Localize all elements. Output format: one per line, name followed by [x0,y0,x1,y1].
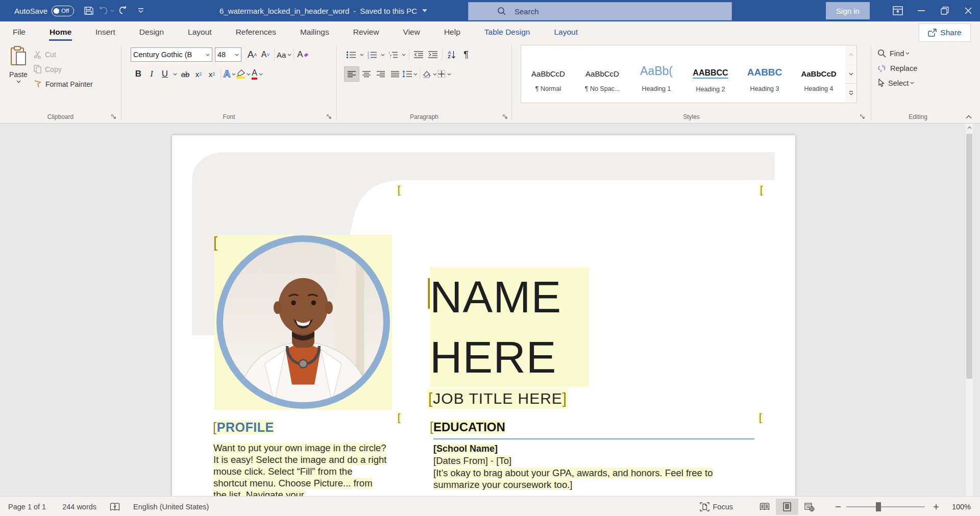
dates-placeholder[interactable]: [Dates From] - [To] [433,455,511,466]
borders-button[interactable] [437,67,451,81]
profile-photo-block[interactable]: [ [214,235,392,410]
shading-button[interactable] [422,67,437,81]
language-indicator[interactable]: English (United States) [133,503,209,511]
line-spacing-button[interactable] [402,67,418,81]
sort-button[interactable]: A Z [445,47,459,62]
style-heading1[interactable]: AaBb( Heading 1 [629,45,683,103]
styles-dialog-launcher[interactable] [860,114,866,120]
numbering-dropdown[interactable] [379,47,386,62]
word-count[interactable]: 244 words [62,503,96,511]
tab-table-layout[interactable]: Layout [552,21,579,43]
justify-button[interactable] [388,67,402,81]
page-indicator[interactable]: Page 1 of 1 [8,503,46,511]
focus-mode-button[interactable]: Focus [700,502,733,511]
tab-references[interactable]: References [234,21,278,43]
redo-button[interactable] [115,0,132,21]
zoom-level[interactable]: 100% [948,503,971,511]
superscript-button[interactable]: x2 [205,67,218,81]
education-note-placeholder[interactable]: [It’s okay to brag about your GPA, award… [433,467,747,490]
search-box[interactable]: Search [468,2,732,20]
paragraph-dialog-launcher[interactable] [503,114,508,120]
bullets-button[interactable] [344,47,358,62]
zoom-in-button[interactable] [933,504,939,510]
bold-button[interactable]: B [132,67,145,81]
paste-dropdown-icon[interactable] [5,80,32,83]
copy-button[interactable]: Copy [34,62,93,77]
tab-home[interactable]: Home [48,21,73,43]
school-name-placeholder[interactable]: [School Name] [433,444,498,454]
save-button[interactable] [80,0,97,21]
increase-indent-button[interactable] [426,47,440,62]
style-heading2[interactable]: AABBCC Heading 2 [683,45,738,103]
ribbon-display-options-button[interactable] [886,0,910,21]
vertical-scrollbar[interactable] [966,124,973,496]
format-painter-button[interactable]: Format Painter [34,77,93,91]
align-right-button[interactable] [374,67,388,81]
autosave-toggle[interactable]: Off [52,6,74,16]
tab-file[interactable]: File [11,21,27,43]
read-mode-button[interactable] [753,499,776,515]
replace-button[interactable]: b c Replace [877,61,917,76]
highlight-button[interactable] [236,67,251,81]
cut-button[interactable]: Cut [34,47,93,62]
minimize-button[interactable] [910,0,933,21]
zoom-slider[interactable] [846,506,925,507]
decrease-indent-button[interactable] [411,47,426,62]
scroll-up-icon[interactable] [966,124,973,132]
web-layout-button[interactable] [798,499,821,515]
tab-mailings[interactable]: Mailings [299,21,331,43]
subscript-button[interactable]: x2 [192,67,205,81]
clipboard-dialog-launcher[interactable] [111,114,117,120]
align-center-button[interactable] [359,67,374,81]
tab-help[interactable]: Help [443,21,462,43]
tab-insert[interactable]: Insert [94,21,117,43]
profile-body[interactable]: Want to put your own image in the circle… [213,442,388,496]
styles-scroll-up-button[interactable] [845,45,856,65]
tab-review[interactable]: Review [352,21,381,43]
print-layout-button[interactable] [776,499,798,515]
font-color-button[interactable]: A [251,67,264,81]
profile-heading[interactable]: [PROFILE [213,420,274,435]
tab-view[interactable]: View [402,21,422,43]
style-no-spacing[interactable]: AaBbCcD ¶ No Spac... [575,45,629,103]
close-button[interactable] [957,0,980,21]
select-button[interactable]: Select [877,76,917,90]
job-title-placeholder[interactable]: [JOB TITLE HERE] [427,388,568,409]
shrink-font-button[interactable]: A˅ [259,47,272,62]
multilevel-dropdown[interactable] [400,47,407,62]
undo-button[interactable] [97,0,115,21]
grow-font-button[interactable]: A˄ [246,47,259,62]
tab-table-design[interactable]: Table Design [483,21,532,43]
education-heading[interactable]: [EDUCATION [430,420,505,434]
text-effects-button[interactable]: A [223,67,236,81]
name-placeholder[interactable]: NAME HERE [430,267,589,387]
sign-in-button[interactable]: Sign in [826,2,870,19]
show-marks-button[interactable]: ¶ [459,47,473,62]
zoom-slider-handle[interactable] [876,502,881,511]
zoom-out-button[interactable] [835,504,841,510]
change-case-button[interactable]: Aa [277,47,291,62]
restore-button[interactable] [933,0,957,21]
collapse-ribbon-button[interactable] [966,115,972,119]
style-heading4[interactable]: AaBbCcD Heading 4 [792,45,846,103]
align-left-button[interactable] [344,66,359,82]
tab-design[interactable]: Design [138,21,165,43]
styles-more-button[interactable] [845,84,856,103]
font-dialog-launcher[interactable] [327,114,332,120]
underline-button[interactable]: U [158,67,172,81]
multilevel-list-button[interactable]: 1ai [386,47,400,62]
quick-access-customize-button[interactable] [132,0,150,21]
paste-button[interactable]: Paste [5,46,32,83]
tab-layout[interactable]: Layout [186,21,213,43]
find-button[interactable]: Find [877,46,917,61]
clear-formatting-button[interactable]: A [296,47,309,62]
proofing-status-button[interactable] [110,503,120,511]
font-name-combo[interactable]: Century Gothic (B [131,47,212,62]
strikethrough-button[interactable]: ab [179,67,192,81]
document-title[interactable]: 6_watermark_locked_in_header_word - Save… [219,0,427,21]
share-button[interactable]: Share [919,23,971,42]
numbering-button[interactable]: 123 [365,47,379,62]
style-normal[interactable]: AaBbCcD ¶ Normal [521,45,575,103]
styles-scroll-down-button[interactable] [845,65,856,84]
bullets-dropdown[interactable] [358,47,365,62]
